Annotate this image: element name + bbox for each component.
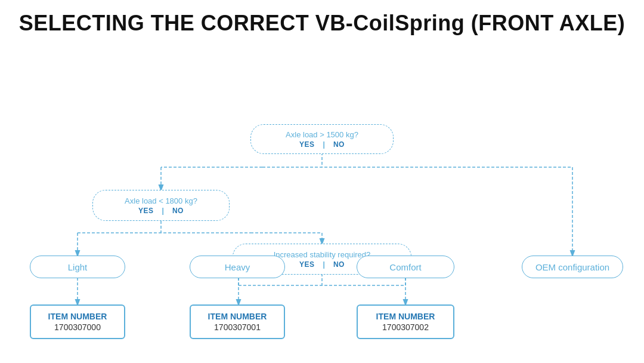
item-box-2: ITEM NUMBER 1700307001 [190, 304, 285, 339]
decision-box-1: Axle load > 1500 kg? YES | NO [250, 124, 394, 154]
item-box-3: ITEM NUMBER 1700307002 [357, 304, 454, 339]
page-title: SELECTING THE CORRECT VB-CoilSpring (FRO… [0, 0, 644, 42]
result-comfort: Comfort [357, 256, 454, 278]
item-box-1: ITEM NUMBER 1700307000 [30, 304, 125, 339]
result-heavy: Heavy [190, 256, 285, 278]
result-light: Light [30, 256, 125, 278]
decision-box-2: Axle load < 1800 kg? YES | NO [92, 190, 230, 221]
diagram-area: Axle load > 1500 kg? YES | NO Axle load … [0, 42, 644, 346]
result-oem: OEM configuration [522, 256, 623, 278]
